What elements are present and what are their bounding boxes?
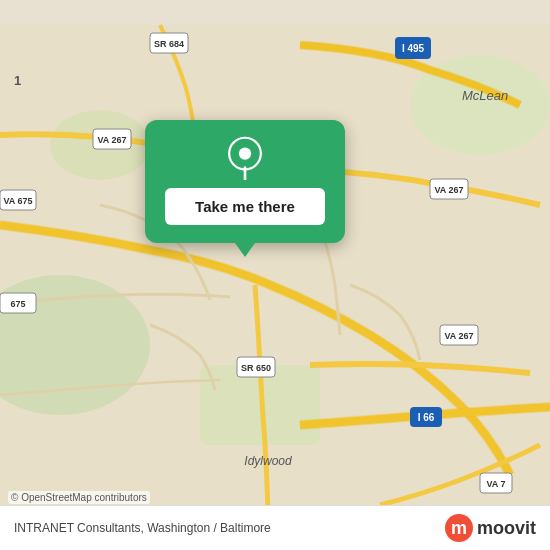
svg-text:VA 267: VA 267: [444, 331, 473, 341]
svg-text:SR 684: SR 684: [154, 39, 184, 49]
svg-point-31: [239, 147, 251, 159]
svg-text:I 66: I 66: [418, 412, 435, 423]
moovit-logo: m moovit: [445, 514, 536, 542]
company-info: INTRANET Consultants, Washington / Balti…: [14, 521, 271, 535]
svg-text:VA 267: VA 267: [97, 135, 126, 145]
svg-text:Idylwood: Idylwood: [244, 454, 292, 468]
svg-text:1: 1: [14, 73, 21, 88]
location-popup: Take me there: [145, 120, 345, 243]
company-name: INTRANET Consultants,: [14, 521, 144, 535]
svg-text:McLean: McLean: [462, 88, 508, 103]
map-container: I 495 I 66 VA 267 VA 267 VA 267 VA 267 S…: [0, 0, 550, 550]
svg-text:I 495: I 495: [402, 43, 425, 54]
moovit-m-icon: m: [445, 514, 473, 542]
svg-text:SR 650: SR 650: [241, 363, 271, 373]
moovit-wordmark: moovit: [477, 518, 536, 539]
svg-text:VA 7: VA 7: [486, 479, 505, 489]
svg-text:VA 675: VA 675: [3, 196, 32, 206]
company-location: Washington / Baltimore: [147, 521, 271, 535]
popup-pointer: [235, 243, 255, 257]
svg-text:675: 675: [10, 299, 25, 309]
copyright-text: © OpenStreetMap contributors: [8, 491, 150, 504]
map-background: I 495 I 66 VA 267 VA 267 VA 267 VA 267 S…: [0, 0, 550, 550]
take-me-there-button[interactable]: Take me there: [165, 188, 325, 225]
location-pin-icon: [223, 136, 267, 180]
svg-text:VA 267: VA 267: [434, 185, 463, 195]
bottom-bar: INTRANET Consultants, Washington / Balti…: [0, 505, 550, 550]
